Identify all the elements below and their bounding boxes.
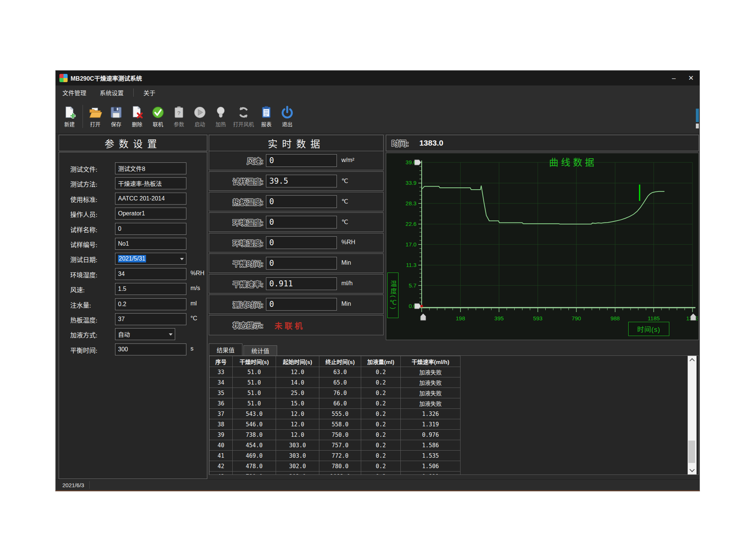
menu-item-1[interactable]: 文件管理	[62, 88, 86, 97]
table-cell: 42	[210, 461, 233, 472]
param-label: 风速:	[70, 285, 85, 294]
param-input[interactable]: 干燥速率-热板法	[115, 177, 186, 189]
realtime-value: 0	[269, 238, 274, 247]
toolbar-button-new[interactable]: 新建	[61, 106, 78, 128]
table-cell: 加液失败	[401, 398, 461, 409]
table-row[interactable]: 3651.015.066.00.2加液失败	[210, 398, 461, 409]
table-row[interactable]: 42478.0302.0780.00.21.506	[210, 461, 461, 472]
chart: 39.633.928.322.617.011.35.70.00198395593…	[386, 153, 699, 340]
param-input[interactable]: 1.5	[115, 283, 186, 295]
toolbar: 新建打开保存删除联机?参数启动加热打开风机报表退出	[56, 100, 700, 134]
toolbar-label: 新建	[64, 120, 75, 128]
realtime-unit: Min	[341, 259, 351, 266]
table-row[interactable]: 38546.012.0558.00.21.319	[210, 419, 461, 430]
minimize-button[interactable]: –	[665, 71, 682, 85]
params-panel-body: 测试文件:测试文件8测试方法:干燥速率-热板法使用标准:AATCC 201-20…	[59, 152, 207, 479]
table-row[interactable]: 41469.0303.0772.00.21.535	[210, 451, 461, 461]
table-row[interactable]: 39738.012.0750.00.20.976	[210, 430, 461, 440]
realtime-row: 干燥时间:0Min	[209, 253, 384, 273]
toolbar-button-report[interactable]: 报表	[258, 106, 275, 128]
param-label: 试样编号:	[70, 240, 97, 249]
realtime-value-box: 0	[266, 154, 337, 167]
param-label: 操作人员:	[70, 209, 97, 219]
param-input[interactable]: 37	[115, 313, 186, 325]
start-icon	[193, 106, 207, 119]
svg-text:33.9: 33.9	[406, 180, 416, 186]
chevron-down-icon[interactable]	[180, 258, 184, 260]
param-date-picker[interactable]: 2021/5/31	[115, 253, 186, 265]
param-input[interactable]: Operator1	[115, 208, 186, 220]
realtime-row: 测试时间:0Min	[209, 295, 384, 314]
menu-item-3[interactable]: 关于	[143, 88, 155, 97]
toolbar-button-delete[interactable]: 删除	[128, 106, 146, 128]
param-value: Operator1	[118, 210, 145, 217]
x-axis-label[interactable]: 时间(s)	[628, 322, 669, 336]
param-value: 37	[118, 316, 125, 323]
table-cell: 76.0	[319, 388, 361, 398]
table-row[interactable]: 3451.014.065.00.2加液失败	[210, 377, 461, 388]
scrollbar-thumb[interactable]	[688, 441, 695, 463]
param-row: 热板温度:37°C	[59, 313, 207, 325]
toolbar-button-online[interactable]: 联机	[149, 106, 167, 128]
realtime-label: 测试时间:	[209, 299, 263, 309]
open-icon	[89, 106, 102, 119]
table-cell: 15.0	[276, 398, 319, 409]
param-input[interactable]: 300	[115, 343, 186, 355]
table-cell: 0.2	[361, 398, 401, 409]
table-cell: 1.506	[401, 461, 461, 472]
param-input[interactable]: AATCC 201-2014	[115, 193, 186, 205]
table-header-cell: 起始时间(s)	[276, 356, 319, 367]
toolbar-separator	[83, 105, 83, 128]
close-button[interactable]: ✕	[682, 71, 700, 85]
selected-text: 2021/5/31	[118, 255, 146, 262]
realtime-value-box: 0	[266, 257, 337, 270]
table-row[interactable]: 37543.012.0555.00.21.326	[210, 409, 461, 419]
table-cell: 1.319	[401, 419, 461, 430]
table-scrollbar[interactable]	[688, 356, 697, 475]
online-icon	[151, 106, 165, 119]
param-label: 环境湿度:	[70, 270, 97, 279]
param-input[interactable]: 测试文件8	[115, 162, 186, 174]
tab-results[interactable]: 结果值	[209, 343, 242, 356]
toolbar-button-exit[interactable]: 退出	[279, 106, 296, 128]
table-row[interactable]: 3351.012.063.00.2加液失败	[210, 367, 461, 377]
table-cell: 546.0	[233, 419, 276, 430]
table-cell: 790.0	[233, 472, 276, 475]
param-row: 加液方式:自动	[59, 328, 207, 340]
table-row[interactable]: 43790.0302.01092.00.20.911	[210, 472, 461, 475]
table-row[interactable]: 3551.025.076.00.2加液失败	[210, 388, 461, 398]
param-combo[interactable]: 自动	[115, 328, 175, 340]
results-table-area: 序号干燥时间(s)起始时间(s)终止时间(s)加液量(ml)干燥速率(ml/h)…	[209, 355, 699, 475]
scroll-down-icon[interactable]	[688, 466, 696, 474]
heat-icon	[214, 106, 227, 119]
table-cell: 302.0	[276, 472, 319, 475]
table-cell: 12.0	[276, 367, 319, 377]
menu-item-2[interactable]: 系统设置	[100, 88, 124, 97]
param-input[interactable]: No1	[115, 238, 186, 250]
chart-plot: 39.633.928.322.617.011.35.70.00198395593…	[386, 153, 698, 339]
svg-text:1185: 1185	[648, 315, 660, 321]
param-input[interactable]: 0.2	[115, 298, 186, 310]
table-cell: 0.2	[361, 461, 401, 472]
param-input[interactable]: 0	[115, 223, 186, 235]
chevron-down-icon[interactable]	[169, 333, 173, 336]
table-cell: 0.2	[361, 440, 401, 451]
tab-statistics[interactable]: 统计值	[244, 345, 277, 355]
table-cell: 41	[210, 451, 233, 461]
table-cell: 39	[210, 430, 233, 440]
results-table[interactable]: 序号干燥时间(s)起始时间(s)终止时间(s)加液量(ml)干燥速率(ml/h)…	[209, 356, 461, 475]
table-header-cell: 干燥速率(ml/h)	[401, 356, 461, 367]
table-row[interactable]: 40454.0303.0757.00.21.586	[210, 440, 461, 451]
param-row: 注水量:0.2ml	[59, 298, 207, 310]
table-cell: 0.2	[361, 388, 401, 398]
scroll-up-icon[interactable]	[688, 356, 696, 364]
param-value: 1.5	[118, 286, 126, 292]
table-cell: 738.0	[233, 430, 276, 440]
toolbar-button-save[interactable]: 保存	[108, 106, 125, 128]
table-cell: 0.911	[401, 472, 461, 475]
toolbar-button-open[interactable]: 打开	[87, 106, 104, 128]
param-unit: ml	[190, 300, 197, 307]
param-input[interactable]: 34	[115, 268, 186, 280]
svg-text:198: 198	[456, 315, 465, 321]
clipped-toolbar-item	[696, 109, 699, 122]
